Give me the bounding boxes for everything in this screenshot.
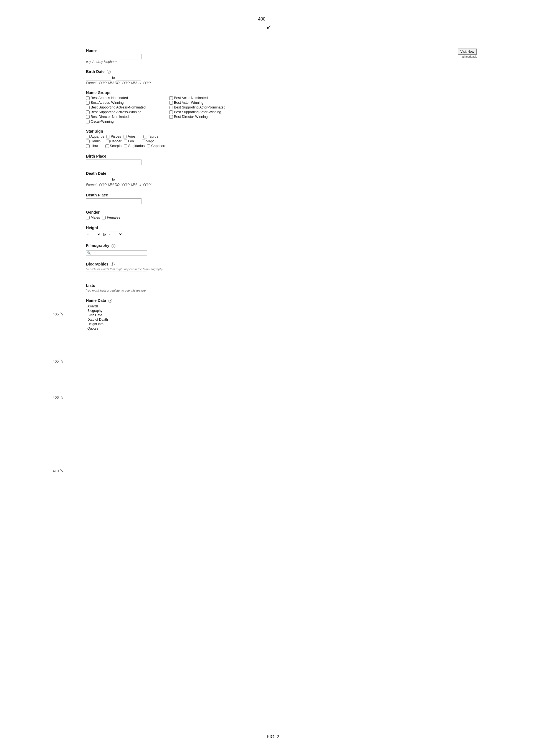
- death-date-from[interactable]: [86, 177, 111, 182]
- figure-top-label: 400: [258, 17, 266, 22]
- birth-date-range: to: [86, 75, 336, 80]
- ng-best-actress-nominated[interactable]: Best Actress-Nominated: [86, 96, 166, 100]
- ss-sagittarius-cb[interactable]: [124, 144, 127, 148]
- name-data-section: Name Data ? Awards Biography Birth Date …: [86, 298, 336, 337]
- ss-virgo-cb[interactable]: [142, 140, 145, 143]
- gender-females[interactable]: Females: [102, 216, 120, 219]
- gender-females-cb[interactable]: [102, 216, 106, 219]
- ng-best-supporting-actress-winning-label: Best Supporting Actress-Winning: [91, 110, 141, 114]
- ng-best-supporting-actor-winning-cb[interactable]: [169, 110, 173, 114]
- star-sign-section: Star Sign Aquarius Pisces Aries: [86, 129, 336, 148]
- birth-place-input[interactable]: [86, 160, 141, 165]
- ng-best-actor-winning[interactable]: Best Actor-Winning: [169, 101, 258, 105]
- ss-gemini-label: Gemini: [90, 139, 102, 143]
- ss-aries-cb[interactable]: [123, 135, 127, 138]
- ss-virgo[interactable]: Virgo: [142, 139, 154, 143]
- name-data-item-birthdate[interactable]: Birth Date: [86, 313, 122, 317]
- ng-best-supporting-actress-winning[interactable]: Best Supporting Actress-Winning: [86, 110, 166, 114]
- height-to-select[interactable]: -: [108, 231, 123, 237]
- height-range: - to -: [86, 231, 336, 237]
- ss-gemini[interactable]: Gemini: [86, 139, 102, 143]
- name-data-help-icon[interactable]: ?: [108, 299, 112, 303]
- ng-best-supporting-actress-nominated[interactable]: Best Supporting Actress-Nominated: [86, 105, 166, 109]
- death-place-section: Death Place: [86, 193, 336, 204]
- name-data-item-biography[interactable]: Biography: [86, 309, 122, 313]
- ng-best-director-winning-cb[interactable]: [169, 115, 173, 119]
- ss-scorpio[interactable]: Scorpio: [105, 144, 122, 148]
- star-sign-row-1: Aquarius Pisces Aries Taurus: [86, 135, 336, 138]
- ng-best-director-winning[interactable]: Best Director-Winning: [169, 115, 258, 119]
- ss-leo[interactable]: Leo: [124, 139, 134, 143]
- name-groups-checkboxes: Best Actress-Nominated Best Actor-Nomina…: [86, 96, 336, 123]
- name-section: Name e.g. Audrey Hepburn: [86, 48, 336, 64]
- ng-best-actress-winning-cb[interactable]: [86, 101, 90, 105]
- ng-best-actress-nominated-cb[interactable]: [86, 96, 90, 100]
- ss-libra-cb[interactable]: [86, 144, 90, 148]
- ss-cancer-cb[interactable]: [106, 140, 110, 143]
- ng-best-supporting-actor-nominated[interactable]: Best Supporting Actor-Nominated: [169, 105, 258, 109]
- ss-taurus-cb[interactable]: [143, 135, 147, 138]
- death-date-to[interactable]: [116, 177, 141, 182]
- ss-aquarius[interactable]: Aquarius: [86, 135, 104, 138]
- gender-label: Gender: [86, 210, 336, 214]
- birth-date-format: Format: YYYY-MM-DD, YYYY-MM, or YYYY: [86, 81, 336, 85]
- name-data-item-quotes[interactable]: Quotes: [86, 326, 122, 331]
- birth-date-from[interactable]: [86, 75, 111, 80]
- name-data-item-dateofdeath[interactable]: Date of Death: [86, 317, 122, 322]
- name-data-listbox[interactable]: Awards Biography Birth Date Date of Deat…: [86, 304, 122, 337]
- ng-oscar-winning[interactable]: Oscar-Winning: [86, 120, 166, 123]
- ss-scorpio-cb[interactable]: [105, 144, 109, 148]
- ng-best-actor-nominated-cb[interactable]: [169, 96, 173, 100]
- ss-sagittarius-label: Sagittarius: [128, 144, 145, 148]
- birth-place-section: Birth Place: [86, 154, 336, 165]
- ng-best-actor-winning-label: Best Actor-Winning: [174, 101, 203, 105]
- ng-best-supporting-actor-nominated-cb[interactable]: [169, 106, 173, 109]
- ng-best-supporting-actress-winning-cb[interactable]: [86, 110, 90, 114]
- name-data-item-heightinfo[interactable]: Height Info: [86, 322, 122, 326]
- ss-aquarius-cb[interactable]: [86, 135, 90, 138]
- ss-libra[interactable]: Libra: [86, 144, 98, 148]
- lists-hint: You must login or register to use this f…: [86, 289, 336, 292]
- biographies-help-icon[interactable]: ?: [111, 262, 115, 266]
- ng-best-actress-winning[interactable]: Best Actress-Winning: [86, 101, 166, 105]
- ss-sagittarius[interactable]: Sagittarius: [124, 144, 145, 148]
- figure-bottom-label: FIG. 2: [267, 734, 279, 739]
- ss-cancer[interactable]: Cancer: [106, 139, 122, 143]
- death-date-format: Format: YYYY-MM-DD, YYYY-MM, or YYYY: [86, 183, 336, 187]
- ss-pisces[interactable]: Pisces: [106, 135, 121, 138]
- ng-best-supporting-actor-winning[interactable]: Best Supporting Actor-Winning: [169, 110, 258, 114]
- ss-pisces-cb[interactable]: [106, 135, 110, 138]
- star-sign-checkboxes: Aquarius Pisces Aries Taurus: [86, 135, 336, 148]
- name-groups-section: Name Groups Best Actress-Nominated Best …: [86, 90, 336, 123]
- ng-best-actor-nominated[interactable]: Best Actor-Nominated: [169, 96, 258, 100]
- ng-best-actor-winning-cb[interactable]: [169, 101, 173, 105]
- ng-best-director-nominated-cb[interactable]: [86, 115, 90, 119]
- ng-oscar-winning-cb[interactable]: [86, 120, 90, 123]
- biographies-label: Biographies ?: [86, 262, 336, 266]
- ss-taurus[interactable]: Taurus: [143, 135, 158, 138]
- ss-aries[interactable]: Aries: [123, 135, 135, 138]
- filmography-help-icon[interactable]: ?: [112, 244, 115, 248]
- death-date-range: to: [86, 177, 336, 182]
- ss-gemini-cb[interactable]: [86, 140, 90, 143]
- name-input[interactable]: [86, 54, 141, 59]
- birth-date-to[interactable]: [116, 75, 141, 80]
- height-from-select[interactable]: -: [86, 231, 101, 237]
- page-wrapper: 400 ↙ Visit Now ad feedback 405 ↘ 405 ↘ …: [0, 0, 546, 756]
- death-date-label: Death Date: [86, 171, 336, 176]
- ng-best-supporting-actress-nominated-cb[interactable]: [86, 106, 90, 109]
- ss-capricorn[interactable]: Capricorn: [147, 144, 166, 148]
- ss-leo-cb[interactable]: [124, 140, 127, 143]
- gender-males-cb[interactable]: [86, 216, 90, 219]
- filmography-input[interactable]: [86, 250, 147, 256]
- ng-best-director-nominated[interactable]: Best Director-Nominated: [86, 115, 166, 119]
- death-place-input[interactable]: [86, 198, 141, 204]
- biographies-input[interactable]: [86, 272, 147, 277]
- ng-oscar-winning-label: Oscar-Winning: [91, 120, 114, 123]
- name-data-item-awards[interactable]: Awards: [86, 304, 122, 309]
- visit-now-button[interactable]: Visit Now: [458, 49, 477, 55]
- biographies-hint: Search for words that might appear in th…: [86, 267, 336, 271]
- ss-capricorn-cb[interactable]: [147, 144, 150, 148]
- birth-date-help-icon[interactable]: ?: [107, 70, 111, 74]
- gender-males[interactable]: Males: [86, 216, 100, 219]
